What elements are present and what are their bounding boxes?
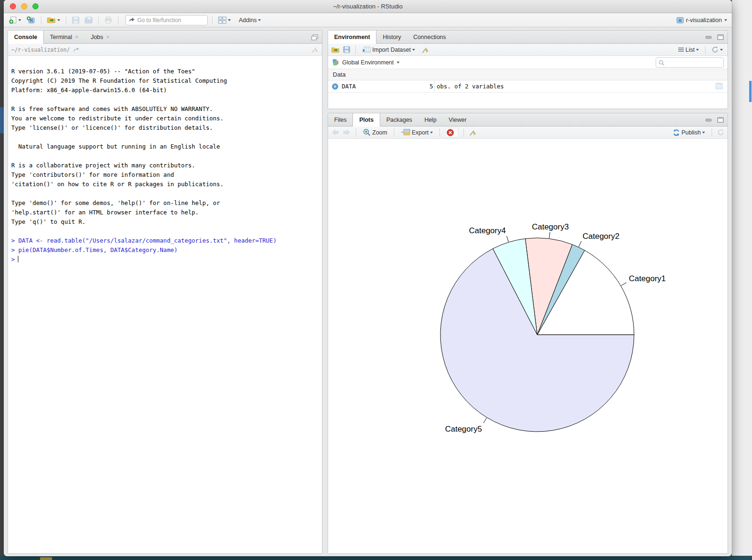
clear-all-plots-icon[interactable] bbox=[469, 129, 477, 136]
minimize-window-button[interactable] bbox=[21, 3, 27, 9]
object-name: DATA bbox=[342, 83, 356, 90]
console-line-output: Type 'q()' to quit R. bbox=[11, 217, 318, 227]
open-file-button[interactable] bbox=[46, 16, 62, 24]
tab-history[interactable]: History bbox=[376, 31, 407, 43]
pane-layout-button[interactable] bbox=[217, 16, 232, 25]
tab-packages[interactable]: Packages bbox=[380, 113, 418, 126]
tab-files[interactable]: Files bbox=[328, 113, 352, 126]
list-view-button[interactable]: List bbox=[676, 46, 700, 54]
tab-environment[interactable]: Environment bbox=[328, 31, 376, 44]
import-dataset-button[interactable]: Import Dataset bbox=[361, 45, 416, 54]
maximize-pane-icon[interactable] bbox=[717, 117, 724, 123]
clear-console-icon[interactable] bbox=[311, 46, 319, 54]
pane-layout-icon bbox=[218, 16, 227, 24]
share-arrow-icon[interactable] bbox=[73, 47, 80, 52]
minimize-pane-icon[interactable] bbox=[705, 117, 713, 123]
expand-object-icon[interactable] bbox=[332, 83, 338, 90]
new-file-button[interactable] bbox=[8, 15, 23, 25]
console-line-output: Natural language support but running in … bbox=[11, 142, 318, 151]
maximize-pane-icon[interactable] bbox=[717, 34, 724, 40]
environment-scope-caret-icon[interactable] bbox=[397, 62, 400, 63]
next-plot-icon[interactable] bbox=[343, 129, 351, 135]
console-line-output: Copyright (C) 2019 The R Foundation for … bbox=[11, 76, 318, 86]
publish-button[interactable]: Publish bbox=[671, 128, 706, 137]
console-line-output: 'help.start()' for an HTML browser inter… bbox=[11, 208, 318, 217]
maximize-pane-icon[interactable] bbox=[311, 34, 318, 40]
clear-environment-icon[interactable] bbox=[422, 46, 429, 54]
pie-label-tick bbox=[621, 283, 627, 286]
load-workspace-icon[interactable] bbox=[331, 47, 340, 53]
environment-pane: EnvironmentHistoryConnections bbox=[328, 30, 728, 109]
save-all-button[interactable] bbox=[83, 16, 94, 25]
remove-plot-button[interactable] bbox=[445, 128, 458, 137]
svg-text:R: R bbox=[30, 18, 33, 23]
pie-label-tick bbox=[507, 236, 509, 242]
remove-plot-icon bbox=[446, 129, 454, 136]
tab-terminal[interactable]: Terminal× bbox=[44, 31, 85, 43]
console-line-output: You are welcome to redistribute it under… bbox=[11, 114, 318, 123]
environment-scope-label[interactable]: Global Environment bbox=[342, 59, 394, 66]
save-button[interactable] bbox=[70, 16, 81, 25]
tab-label: Jobs bbox=[91, 34, 103, 40]
console-line-prompt: > bbox=[11, 255, 318, 264]
publish-icon bbox=[673, 129, 680, 136]
refresh-environment-button[interactable] bbox=[710, 45, 724, 54]
close-tab-icon[interactable]: × bbox=[106, 33, 110, 40]
list-view-caret-icon bbox=[696, 49, 699, 51]
console-line-output bbox=[11, 151, 318, 161]
tab-jobs[interactable]: Jobs× bbox=[85, 31, 116, 43]
background-window-right bbox=[732, 0, 752, 560]
console-line-output: Type 'license()' or 'licence()' for dist… bbox=[11, 123, 318, 133]
working-directory: ~/r-visualization/ bbox=[11, 47, 70, 53]
new-file-caret-icon bbox=[18, 19, 21, 21]
project-selector[interactable]: R r-visualization bbox=[676, 16, 728, 24]
open-folder-icon bbox=[47, 16, 56, 24]
tab-connections[interactable]: Connections bbox=[407, 31, 452, 43]
search-icon bbox=[658, 60, 665, 66]
pie-label-category3: Category3 bbox=[532, 222, 569, 231]
goto-file-box[interactable] bbox=[125, 15, 208, 25]
tab-label: Terminal bbox=[50, 34, 72, 40]
pie-label-tick bbox=[579, 241, 581, 247]
close-window-button[interactable] bbox=[10, 3, 16, 9]
pie-label-tick bbox=[549, 232, 550, 238]
tab-console[interactable]: Console bbox=[8, 31, 44, 44]
tab-help[interactable]: Help bbox=[418, 113, 443, 126]
addins-button[interactable]: Addins bbox=[237, 16, 262, 24]
close-tab-icon[interactable]: × bbox=[75, 33, 79, 40]
console-line-output: R version 3.6.1 (2019-07-05) -- "Action … bbox=[11, 67, 318, 76]
save-all-icon bbox=[85, 16, 93, 24]
tab-plots[interactable]: Plots bbox=[352, 113, 380, 126]
new-project-button[interactable]: R bbox=[25, 15, 37, 25]
previous-plot-icon[interactable] bbox=[331, 129, 339, 135]
tab-viewer[interactable]: Viewer bbox=[443, 113, 473, 126]
environment-search-box[interactable] bbox=[656, 57, 724, 68]
print-button[interactable] bbox=[103, 16, 114, 24]
refresh-plot-icon[interactable] bbox=[717, 129, 724, 136]
tab-label: Help bbox=[424, 117, 437, 123]
environment-tabs: EnvironmentHistoryConnections bbox=[328, 31, 452, 43]
console-output[interactable]: R version 3.6.1 (2019-07-05) -- "Action … bbox=[8, 56, 322, 268]
export-plot-button[interactable]: Export bbox=[400, 128, 434, 137]
tab-label: Plots bbox=[359, 117, 374, 123]
pie-label-tick bbox=[484, 418, 487, 423]
goto-file-input[interactable] bbox=[137, 17, 198, 24]
tab-label: Packages bbox=[386, 117, 412, 123]
environment-object-row[interactable]: DATA 5 obs. of 2 variables bbox=[328, 80, 728, 93]
console-line-input: > pie(DATA$Number.of.Times, DATA$Categor… bbox=[11, 245, 318, 255]
background-blue-chip-right bbox=[749, 81, 752, 102]
publish-label: Publish bbox=[682, 129, 701, 136]
zoom-window-button[interactable] bbox=[32, 3, 39, 9]
tab-label: Console bbox=[14, 34, 37, 40]
minimize-pane-icon[interactable] bbox=[705, 34, 713, 40]
save-workspace-icon[interactable] bbox=[343, 46, 350, 53]
environment-scope-row: Global Environment bbox=[328, 56, 728, 69]
environment-search-input[interactable] bbox=[666, 59, 718, 66]
console-line-input: > DATA <- read.table("/Users/lsalazar/co… bbox=[11, 236, 318, 245]
plots-pane: FilesPlotsPackagesHelpViewer bbox=[328, 113, 728, 554]
svg-text:R: R bbox=[678, 18, 682, 23]
console-line-output bbox=[11, 133, 318, 142]
tab-label: Connections bbox=[413, 34, 446, 40]
zoom-plot-button[interactable]: Zoom bbox=[361, 127, 389, 137]
view-table-icon[interactable] bbox=[715, 83, 723, 89]
